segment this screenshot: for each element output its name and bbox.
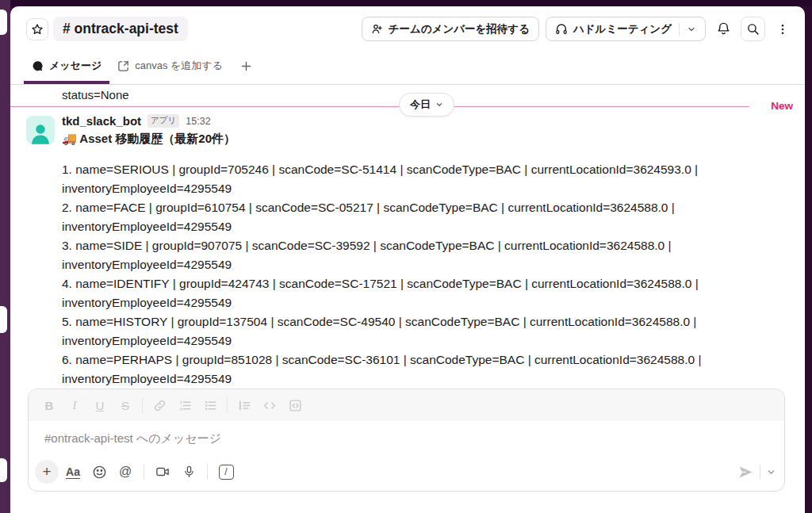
person-add-icon: [371, 23, 383, 35]
link-button[interactable]: [147, 392, 172, 418]
message-timestamp[interactable]: 15:32: [186, 116, 210, 127]
huddle-button[interactable]: ハドルミーティング: [546, 17, 706, 41]
send-divider: [760, 465, 760, 479]
blockquote-icon: [238, 399, 251, 412]
canvas-icon: [117, 60, 129, 72]
add-tab-button[interactable]: [231, 48, 262, 84]
tab-messages[interactable]: メッセージ: [24, 48, 109, 84]
headphones-icon: [555, 23, 568, 36]
huddle-label: ハドルミーティング: [573, 22, 672, 36]
slash-commands-button[interactable]: /: [214, 460, 238, 484]
asset-record: 6. name=PERHAPS | groupId=851028 | scanC…: [62, 350, 757, 389]
asset-record: 3. name=SIDE | groupId=907075 | scanCode…: [62, 236, 757, 274]
underline-button[interactable]: U: [87, 392, 113, 418]
tab-add-canvas-label: canvas を追加する: [135, 59, 223, 73]
plus-icon: [240, 60, 252, 72]
app-badge: アプリ: [147, 114, 179, 128]
sidebar-peek-item: [0, 10, 7, 35]
record-line: 6. name=PERHAPS | groupId=851028 | scanC…: [62, 350, 757, 369]
notifications-button[interactable]: [712, 17, 734, 41]
ordered-list-button[interactable]: [172, 392, 197, 418]
asset-record: 4. name=IDENTIFY | groupId=424743 | scan…: [62, 274, 757, 312]
chevron-down-icon: [435, 101, 443, 109]
bold-button[interactable]: B: [36, 392, 62, 418]
attach-plus-button[interactable]: +: [35, 460, 59, 484]
composer-actions: + Aa @: [35, 457, 776, 487]
star-channel-button[interactable]: [26, 18, 48, 40]
channel-tabbar: メッセージ canvas を追加する: [10, 48, 805, 85]
video-camera-icon: [155, 465, 170, 479]
toolbar-divider: [144, 464, 144, 480]
tab-add-canvas[interactable]: canvas を追加する: [109, 48, 231, 84]
person-icon: [29, 122, 52, 144]
send-options-button[interactable]: [766, 467, 776, 477]
asset-record: 2. name=FACE | groupId=610754 | scanCode…: [62, 198, 757, 236]
strikethrough-button[interactable]: S: [113, 392, 138, 418]
slash-command-icon: /: [219, 465, 234, 480]
emoji-button[interactable]: [87, 460, 111, 484]
microphone-icon: [182, 465, 196, 479]
toolbar-divider: [227, 397, 228, 413]
star-icon: [31, 23, 44, 36]
blockquote-button[interactable]: [232, 392, 257, 418]
channel-view: # ontrack-api-test チームのメンバーを招待する ハドルミーティ…: [10, 6, 805, 513]
sidebar-peek-item: [0, 306, 7, 333]
chevron-down-icon[interactable]: [687, 25, 696, 34]
search-button[interactable]: [741, 17, 765, 41]
emoji-smiley-icon: [92, 465, 107, 480]
header-actions: チームのメンバーを招待する ハドルミーティング: [362, 17, 794, 41]
bell-icon: [716, 21, 731, 36]
bot-avatar[interactable]: [26, 116, 55, 144]
code-button[interactable]: [257, 392, 282, 418]
channel-name[interactable]: # ontrack-api-test: [53, 17, 188, 41]
search-icon: [746, 22, 760, 36]
toolbar-divider: [207, 464, 208, 480]
unread-new-label: New: [771, 100, 793, 112]
sidebar-edge: [0, 0, 10, 513]
date-divider-button[interactable]: 今日: [399, 93, 454, 117]
invite-members-button[interactable]: チームのメンバーを招待する: [362, 17, 539, 41]
record-line: inventoryEmployeeId=4295549: [62, 217, 757, 236]
record-line: 4. name=IDENTIFY | groupId=424743 | scan…: [62, 274, 757, 293]
record-line: 5. name=HISTORY | groupId=137504 | scanC…: [62, 312, 757, 331]
record-line: 3. name=SIDE | groupId=907075 | scanCode…: [62, 236, 757, 255]
more-options-button[interactable]: [772, 17, 794, 41]
record-line: inventoryEmployeeId=4295549: [62, 255, 757, 274]
record-line: 1. name=SERIOUS | groupId=705246 | scanC…: [62, 160, 757, 179]
message-title: 🚚 Asset 移動履歴（最新20件）: [62, 132, 236, 147]
record-line: 2. name=FACE | groupId=610754 | scanCode…: [62, 198, 757, 217]
huddle-divider: [679, 23, 680, 36]
chevron-down-icon: [766, 467, 776, 477]
tab-messages-label: メッセージ: [49, 59, 102, 73]
send-button[interactable]: [737, 464, 754, 480]
mention-button[interactable]: @: [113, 460, 137, 484]
bullet-list-button[interactable]: [197, 392, 223, 418]
channel-header: # ontrack-api-test チームのメンバーを招待する ハドルミーティ…: [10, 6, 805, 48]
invite-members-label: チームのメンバーを招待する: [389, 22, 530, 36]
audio-clip-button[interactable]: [177, 460, 201, 484]
message-input[interactable]: #ontrack-api-test へのメッセージ: [29, 421, 784, 446]
message-composer: B I U S: [28, 389, 785, 492]
send-plane-icon: [737, 464, 754, 480]
show-formatting-button[interactable]: Aa: [61, 460, 85, 484]
composer-actions-left: + Aa @: [35, 460, 238, 484]
speech-bubble-icon: [32, 60, 44, 72]
date-divider-label: 今日: [410, 98, 431, 112]
record-line: inventoryEmployeeId=4295549: [62, 369, 757, 389]
code-icon: [262, 399, 277, 412]
unread-divider-line: [10, 106, 749, 107]
link-icon: [153, 399, 167, 412]
formatting-toolbar: B I U S: [29, 389, 784, 421]
composer-actions-right: [737, 464, 776, 480]
window-top-chrome: [0, 0, 812, 6]
ordered-list-icon: [178, 399, 192, 412]
code-block-button[interactable]: [282, 392, 308, 418]
bullet-list-icon: [204, 399, 217, 412]
record-line: inventoryEmployeeId=4295549: [62, 331, 757, 350]
message-username[interactable]: tkd_slack_bot: [62, 114, 141, 128]
asset-record: 1. name=SERIOUS | groupId=705246 | scanC…: [62, 160, 757, 198]
video-clip-button[interactable]: [151, 460, 174, 484]
italic-button[interactable]: I: [62, 392, 87, 418]
record-line: inventoryEmployeeId=4295549: [62, 293, 757, 312]
message-header: tkd_slack_bot アプリ 15:32: [62, 114, 211, 128]
